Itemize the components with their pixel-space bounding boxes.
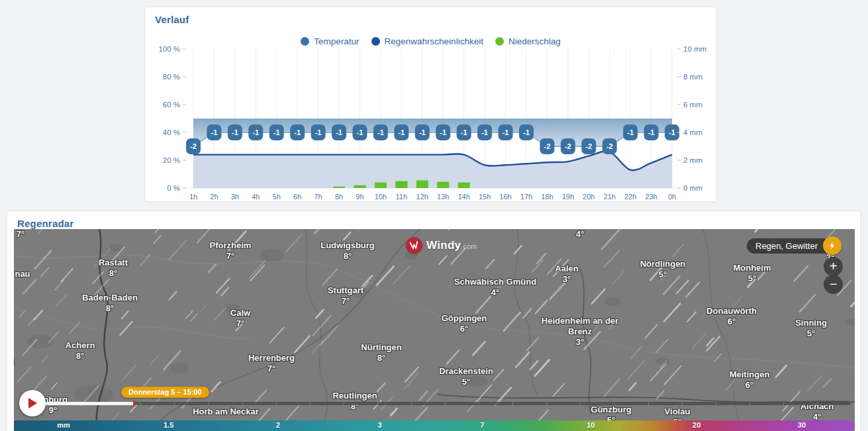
timeline-tick [749, 402, 750, 405]
svg-text:-1: -1 [377, 128, 384, 136]
timeline-tick [107, 402, 107, 405]
svg-text:80 %: 80 % [163, 73, 180, 81]
svg-text:19h: 19h [562, 193, 574, 201]
svg-text:-2: -2 [544, 142, 551, 150]
timeline-tick [242, 402, 243, 405]
scale-tick-label: 10 [587, 421, 595, 429]
svg-text:-1: -1 [440, 128, 446, 136]
svg-text:17h: 17h [520, 193, 532, 201]
city-temperature: 4° [576, 229, 584, 240]
timeline-handle[interactable] [133, 401, 135, 407]
map-zoom-in-button[interactable]: + [824, 257, 843, 276]
city-label: Calw7° [230, 308, 250, 329]
svg-text:20 %: 20 % [163, 156, 180, 164]
city-name: Reutlingen [332, 391, 377, 401]
timeline-tick [648, 402, 649, 405]
radar-timeline[interactable] [39, 402, 851, 405]
map-zoom-out-button[interactable]: − [824, 275, 843, 294]
radar-title: Regenradar [17, 218, 73, 229]
windy-logo[interactable]: Windy.com [406, 237, 477, 254]
city-temperature: 5° [733, 273, 771, 284]
timeline-tick [208, 402, 209, 405]
svg-text:-2: -2 [190, 142, 197, 150]
layer-selector-button[interactable]: Regen, Gewitter [747, 238, 831, 254]
svg-text:3h: 3h [231, 193, 239, 201]
svg-text:-1: -1 [648, 128, 655, 136]
city-label: Aalen3° [555, 263, 578, 285]
city-label: Meitingen6° [730, 369, 770, 391]
city-label: rg [14, 356, 15, 367]
timeline-tick [310, 402, 311, 405]
scale-tick-label: 20 [693, 421, 700, 429]
city-name: Baden-Baden [82, 293, 138, 303]
city-name: Stuttgart [328, 285, 363, 296]
city-label: Pforzheim7° [210, 240, 252, 262]
city-temperature: 5° [640, 269, 686, 280]
city-temperature: 7° [248, 363, 295, 374]
svg-text:10h: 10h [375, 193, 387, 201]
svg-text:7h: 7h [314, 193, 322, 201]
city-temperature: 8° [99, 268, 128, 279]
city-name: Horb am Neckar [193, 407, 259, 417]
city-name: nau [15, 269, 30, 279]
svg-text:13h: 13h [437, 193, 449, 201]
svg-text:0 %: 0 % [167, 184, 180, 192]
radar-play-button[interactable] [19, 390, 46, 416]
city-temperature: 5° [439, 377, 493, 387]
svg-text:0 mm: 0 mm [683, 184, 702, 192]
svg-text:-1: -1 [669, 128, 675, 136]
svg-text:40 %: 40 % [163, 128, 180, 136]
city-label: Reutlingen8° [332, 391, 377, 412]
svg-text:1h: 1h [189, 193, 197, 201]
city-label: Sinning5° [795, 318, 827, 339]
svg-text:20h: 20h [583, 193, 595, 201]
svg-text:-1: -1 [232, 128, 238, 136]
svg-text:-1: -1 [252, 128, 259, 136]
timeline-timestamp-badge: Donnerstag 5 – 15:00 [121, 387, 209, 398]
scale-tick-label: 3 [377, 421, 381, 429]
svg-text:6h: 6h [293, 193, 301, 201]
scale-tick-label: 2 [276, 421, 280, 429]
timeline-tick [276, 402, 277, 405]
city-name: Violau [665, 407, 691, 417]
rain-radar-card: Regenradar 7°naurgRastatt8°Pforzheim7°Lu… [7, 211, 861, 431]
svg-text:-2: -2 [565, 142, 571, 150]
svg-text:60 %: 60 % [163, 101, 180, 109]
city-label: Göppingen6° [442, 313, 487, 334]
svg-text:-2: -2 [606, 142, 613, 150]
city-name: Herrenberg [248, 353, 295, 363]
timeline-tick [783, 402, 784, 405]
svg-text:2h: 2h [210, 193, 218, 201]
svg-text:4 mm: 4 mm [683, 128, 702, 136]
city-label: nau [15, 269, 30, 279]
city-temperature: 4° [454, 287, 536, 298]
city-temperature: 6° [730, 380, 770, 391]
svg-text:-1: -1 [503, 128, 509, 136]
svg-text:4h: 4h [252, 193, 260, 201]
city-temperature: 3° [555, 274, 578, 285]
svg-text:-1: -1 [294, 128, 301, 136]
city-temperature: 7° [230, 318, 250, 329]
city-name: Monheim [733, 263, 771, 273]
city-label: Nördlingen5° [640, 259, 686, 280]
svg-text:6 mm: 6 mm [683, 101, 702, 109]
city-temperature: 6° [706, 316, 757, 327]
city-temperature: 8° [320, 251, 375, 262]
precipitation-scale: mm1.5237102030 [14, 420, 855, 431]
city-temperature: 8° [361, 353, 401, 363]
city-name: Aalen [555, 263, 578, 274]
svg-text:100 %: 100 % [158, 45, 180, 53]
timeline-progress [39, 402, 134, 405]
city-name: Sinning [795, 318, 827, 328]
city-label: Herrenberg7° [248, 353, 295, 374]
thunderstorm-layer-icon[interactable] [823, 236, 842, 255]
windy-tld-text: .com [461, 242, 477, 250]
city-name: Schwäbisch Gmünd [454, 277, 536, 287]
city-name: Nürtingen [361, 342, 401, 353]
svg-text:-1: -1 [481, 128, 488, 136]
svg-text:-1: -1 [211, 128, 218, 136]
timeline-tick [614, 402, 614, 405]
svg-text:21h: 21h [604, 193, 616, 201]
radar-map[interactable]: 7°naurgRastatt8°Pforzheim7°Ludwigsburg8°… [14, 229, 855, 431]
svg-text:8 mm: 8 mm [683, 73, 702, 81]
